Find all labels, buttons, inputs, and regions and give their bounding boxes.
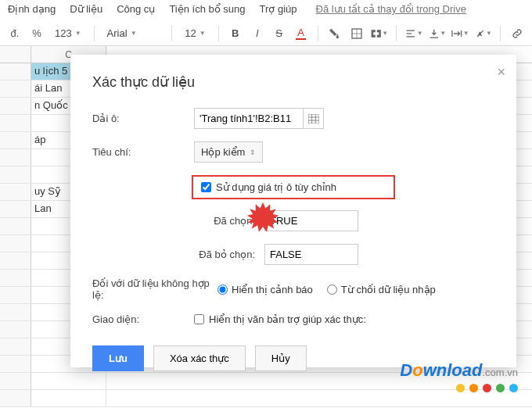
dot-icon bbox=[496, 384, 505, 392]
data-validation-dialog: × Xác thực dữ liệu Dải ô: Tiêu chí: Hộp … bbox=[70, 55, 516, 367]
dot-icon bbox=[509, 384, 518, 392]
help-text-checkbox[interactable]: Hiển thị văn bản trợ giúp xác thực: bbox=[194, 313, 366, 325]
close-icon[interactable]: × bbox=[497, 64, 505, 81]
watermark-dots bbox=[400, 384, 518, 392]
watermark: Download.com.vn bbox=[400, 360, 518, 392]
criteria-select[interactable]: Hộp kiểm⇕ bbox=[194, 141, 263, 163]
dot-icon bbox=[469, 384, 478, 392]
custom-values-label: Sử dụng giá trị ô tùy chỉnh bbox=[216, 181, 336, 193]
radio-reject-input[interactable]: Từ chối dữ liệu nhập bbox=[327, 284, 436, 295]
starburst-annotation-icon bbox=[246, 202, 279, 234]
select-range-icon[interactable] bbox=[304, 108, 324, 129]
invalid-data-label: Đối với dữ liệu không hợp lệ: bbox=[92, 277, 217, 301]
highlighted-option: Sử dụng giá trị ô tùy chỉnh bbox=[192, 175, 395, 199]
range-input[interactable] bbox=[194, 108, 304, 129]
range-label: Dải ô: bbox=[92, 113, 194, 124]
dot-icon bbox=[483, 384, 491, 392]
criteria-label: Tiêu chí: bbox=[92, 146, 194, 158]
svg-marker-15 bbox=[247, 202, 279, 232]
dialog-title: Xác thực dữ liệu bbox=[92, 73, 494, 91]
custom-values-checkbox-input[interactable] bbox=[201, 182, 211, 192]
cancel-button[interactable]: Hủy bbox=[255, 345, 307, 371]
radio-show-warning[interactable]: Hiển thị cảnh báo bbox=[217, 284, 313, 295]
appearance-label: Giao diện: bbox=[92, 313, 194, 325]
remove-validation-button[interactable]: Xóa xác thực bbox=[153, 345, 246, 371]
custom-values-checkbox[interactable]: Sử dụng giá trị ô tùy chỉnh bbox=[201, 181, 386, 193]
save-button[interactable]: Lưu bbox=[92, 345, 144, 371]
dot-icon bbox=[456, 384, 465, 392]
svg-rect-10 bbox=[308, 114, 319, 123]
unchecked-label: Đã bỏ chọn: bbox=[194, 249, 264, 260]
unchecked-value-input[interactable] bbox=[264, 244, 358, 265]
